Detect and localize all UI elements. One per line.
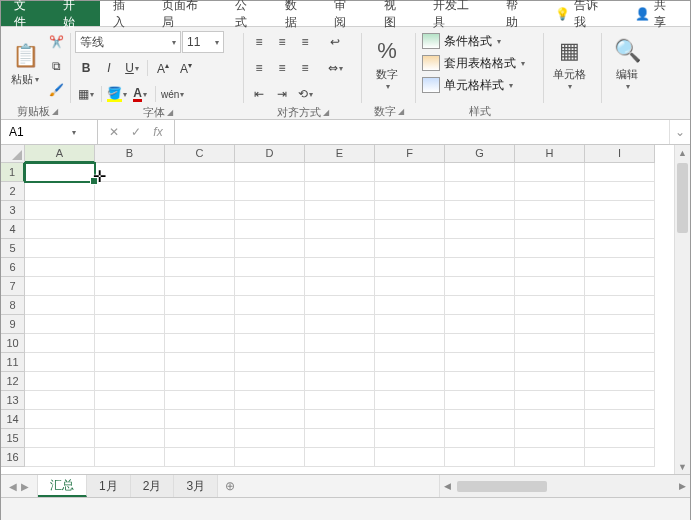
row-header-2[interactable]: 2 bbox=[1, 182, 25, 201]
tell-me[interactable]: 💡 告诉我 bbox=[542, 1, 622, 26]
cell[interactable] bbox=[25, 315, 95, 334]
cell[interactable] bbox=[165, 239, 235, 258]
editing-button[interactable]: 🔍 编辑 ▾ bbox=[606, 31, 648, 95]
cell[interactable] bbox=[515, 410, 585, 429]
cell[interactable] bbox=[95, 182, 165, 201]
column-header-E[interactable]: E bbox=[305, 145, 375, 163]
cell[interactable] bbox=[95, 163, 165, 182]
cell[interactable] bbox=[305, 258, 375, 277]
cell[interactable] bbox=[305, 277, 375, 296]
cell[interactable] bbox=[235, 353, 305, 372]
cell[interactable] bbox=[95, 277, 165, 296]
cell[interactable] bbox=[165, 277, 235, 296]
number-dialog-launcher[interactable]: ◢ bbox=[398, 107, 404, 116]
phonetic-button[interactable]: wén▾ bbox=[160, 83, 185, 105]
row-header-14[interactable]: 14 bbox=[1, 410, 25, 429]
cell[interactable] bbox=[515, 334, 585, 353]
clipboard-dialog-launcher[interactable]: ◢ bbox=[52, 107, 58, 116]
align-bottom-button[interactable]: ≡ bbox=[294, 31, 316, 53]
merge-button[interactable]: ⇔▾ bbox=[324, 57, 346, 79]
format-as-table-button[interactable]: 套用表格格式▾ bbox=[420, 53, 527, 73]
cell[interactable] bbox=[305, 429, 375, 448]
row-header-1[interactable]: 1 bbox=[1, 163, 25, 182]
cell[interactable] bbox=[95, 334, 165, 353]
wrap-text-button[interactable]: ↩ bbox=[324, 31, 346, 53]
font-dialog-launcher[interactable]: ◢ bbox=[167, 108, 173, 117]
increase-indent-button[interactable]: ⇥ bbox=[271, 83, 293, 105]
cell[interactable] bbox=[25, 258, 95, 277]
cell[interactable] bbox=[445, 258, 515, 277]
cell[interactable] bbox=[305, 201, 375, 220]
column-header-I[interactable]: I bbox=[585, 145, 655, 163]
cell[interactable] bbox=[375, 410, 445, 429]
cell[interactable] bbox=[305, 315, 375, 334]
conditional-formatting-button[interactable]: 条件格式▾ bbox=[420, 31, 503, 51]
align-top-button[interactable]: ≡ bbox=[248, 31, 270, 53]
cell[interactable] bbox=[375, 163, 445, 182]
column-header-H[interactable]: H bbox=[515, 145, 585, 163]
cell[interactable] bbox=[165, 334, 235, 353]
cell[interactable] bbox=[25, 182, 95, 201]
cell[interactable] bbox=[585, 296, 655, 315]
underline-button[interactable]: U▾ bbox=[121, 57, 143, 79]
row-header-13[interactable]: 13 bbox=[1, 391, 25, 410]
cell[interactable] bbox=[445, 182, 515, 201]
cell[interactable] bbox=[305, 334, 375, 353]
cell[interactable] bbox=[375, 296, 445, 315]
cell[interactable] bbox=[95, 391, 165, 410]
cell[interactable] bbox=[235, 201, 305, 220]
cell[interactable] bbox=[445, 448, 515, 467]
cell[interactable] bbox=[25, 429, 95, 448]
cell[interactable] bbox=[445, 334, 515, 353]
scroll-right-button[interactable]: ▶ bbox=[675, 481, 690, 491]
cell[interactable] bbox=[445, 201, 515, 220]
cell[interactable] bbox=[585, 410, 655, 429]
vertical-scroll-thumb[interactable] bbox=[677, 163, 688, 233]
cell[interactable] bbox=[25, 372, 95, 391]
cancel-formula-button[interactable]: ✕ bbox=[106, 125, 122, 139]
cell[interactable] bbox=[165, 391, 235, 410]
cell[interactable] bbox=[25, 353, 95, 372]
cell[interactable] bbox=[375, 239, 445, 258]
tab-home[interactable]: 开始 bbox=[50, 1, 99, 26]
cell[interactable] bbox=[305, 239, 375, 258]
expand-formula-bar[interactable]: ⌄ bbox=[669, 120, 690, 144]
cell[interactable] bbox=[305, 448, 375, 467]
cell[interactable] bbox=[235, 182, 305, 201]
font-family-select[interactable]: 等线▾ bbox=[75, 31, 181, 53]
select-all-corner[interactable] bbox=[1, 145, 25, 163]
cell[interactable] bbox=[515, 239, 585, 258]
cell[interactable] bbox=[445, 239, 515, 258]
name-box[interactable]: ▾ bbox=[1, 120, 98, 144]
cell[interactable] bbox=[585, 277, 655, 296]
cell[interactable] bbox=[235, 391, 305, 410]
number-format-button[interactable]: % 数字 ▾ bbox=[366, 31, 408, 95]
cell[interactable] bbox=[375, 201, 445, 220]
tab-help[interactable]: 帮助 bbox=[493, 1, 542, 26]
cell[interactable] bbox=[165, 201, 235, 220]
cell[interactable] bbox=[585, 239, 655, 258]
accept-formula-button[interactable]: ✓ bbox=[128, 125, 144, 139]
cell[interactable] bbox=[235, 163, 305, 182]
cell[interactable] bbox=[25, 239, 95, 258]
cell[interactable] bbox=[95, 372, 165, 391]
cell[interactable] bbox=[585, 429, 655, 448]
cell[interactable] bbox=[515, 163, 585, 182]
sheet-tab-3[interactable]: 3月 bbox=[174, 475, 218, 497]
cell[interactable] bbox=[305, 391, 375, 410]
scroll-down-button[interactable]: ▼ bbox=[675, 459, 690, 474]
increase-font-button[interactable]: A▴ bbox=[152, 57, 174, 79]
cell[interactable] bbox=[305, 353, 375, 372]
cell[interactable] bbox=[165, 410, 235, 429]
cell[interactable] bbox=[165, 258, 235, 277]
bold-button[interactable]: B bbox=[75, 57, 97, 79]
cell[interactable] bbox=[515, 277, 585, 296]
cell[interactable] bbox=[585, 315, 655, 334]
cell[interactable] bbox=[165, 296, 235, 315]
cell[interactable] bbox=[165, 448, 235, 467]
cell[interactable] bbox=[515, 429, 585, 448]
column-header-G[interactable]: G bbox=[445, 145, 515, 163]
sheet-nav-prev[interactable]: ◀ bbox=[9, 481, 17, 492]
format-painter-button[interactable]: 🖌️ bbox=[45, 79, 67, 101]
cell[interactable] bbox=[445, 353, 515, 372]
